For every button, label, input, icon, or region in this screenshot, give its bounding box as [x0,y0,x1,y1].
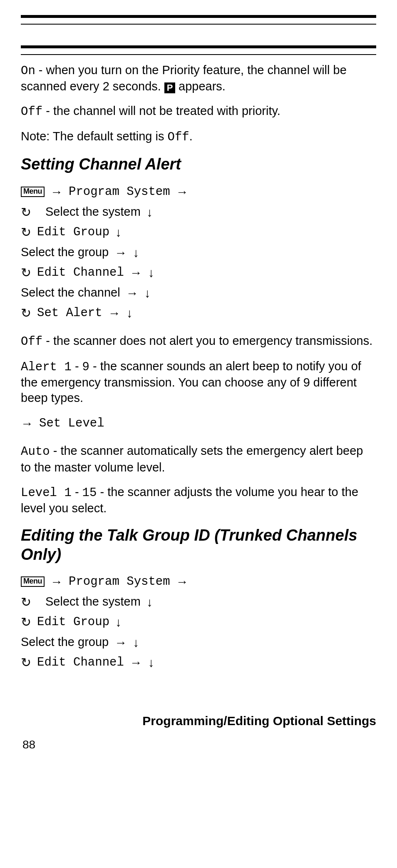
arrow-right-icon: → [50,184,63,201]
arrow-right-icon: → [21,415,33,432]
note-value: Off [168,130,189,144]
nav1-line6: Select the channel → ↓ [21,284,376,302]
nav1-line3: ↻ Edit Group ↓ [21,224,376,241]
rotate-icon: ↻ [21,224,31,241]
nav2-line5: ↻ Edit Channel → ↓ [21,654,376,671]
arrow-right-icon: → [126,285,139,302]
rotate-icon: ↻ [21,654,31,671]
nav-edit-channel: Edit Channel [37,264,124,281]
note-prefix: Note: The default setting is [21,130,168,143]
set-level-label: Set Level [39,415,104,432]
off-text: - the channel will not be treated with p… [42,104,280,117]
arrow-down-icon: ↓ [146,594,153,611]
nav-select-system: Select the system [45,204,141,220]
arrow-right-icon: → [130,264,142,282]
alert-off-text: - the scanner does not alert you to emer… [42,334,372,347]
on-label: On [21,64,35,78]
nav1-line5: ↻ Edit Channel → ↓ [21,264,376,281]
heading-setting-channel-alert: Setting Channel Alert [21,155,376,174]
p-badge-icon: P [164,82,175,93]
arrow-down-icon: ↓ [144,285,151,302]
arrow-right-icon: → [108,305,121,322]
nav-select-channel: Select the channel [21,284,120,301]
nav-edit-group: Edit Group [37,224,109,240]
rotate-icon: ↻ [21,264,31,282]
on-text-tail: appears. [175,80,226,93]
set-level-line: → Set Level [21,415,376,432]
nav1-line1: Menu → Program System → [21,183,376,200]
level-dash: - [72,485,82,499]
arrow-right-icon: → [176,184,189,201]
nav2-line3: ↻ Edit Group ↓ [21,614,376,631]
arrow-right-icon: → [176,574,189,591]
second-double-rule [21,45,376,55]
arrow-right-icon: → [50,574,63,591]
nav1-line2: ↻ Select the system ↓ [21,204,376,221]
arrow-down-icon: ↓ [127,305,133,322]
menu-button-icon: Menu [21,187,45,197]
arrow-down-icon: ↓ [148,264,154,282]
nav1-line7: ↻ Set Alert→ ↓ [21,304,376,322]
auto-label: Auto [21,445,50,459]
rotate-icon: ↻ [21,614,31,631]
auto-text: - the scanner automatically sets the eme… [21,444,363,474]
alert-range-paragraph: Alert 1 - 9 - the scanner sounds an aler… [21,359,376,406]
arrow-right-icon: → [130,654,142,671]
auto-paragraph: Auto - the scanner automatically sets th… [21,443,376,475]
alert-label-a: Alert 1 [21,360,72,374]
nav2-line4: Select the group → ↓ [21,634,376,651]
nav-select-group: Select the group [21,244,109,260]
menu-button-icon: Menu [21,576,45,587]
rotate-icon: ↻ [21,305,31,322]
priority-on-paragraph: On - when you turn on the Priority featu… [21,62,376,94]
arrow-down-icon: ↓ [133,634,139,651]
alert-off-paragraph: Off - the scanner does not alert you to … [21,333,376,349]
nav-set-alert: Set Alert [37,305,102,321]
top-double-rule [21,15,376,25]
rotate-icon: ↻ [21,204,31,221]
level-paragraph: Level 1 - 15 - the scanner adjusts the v… [21,484,376,516]
note-suffix: . [189,130,193,143]
off-label: Off [21,105,42,119]
nav-select-system: Select the system [45,594,141,610]
page-number: 88 [22,737,376,753]
level-label-b: 15 [82,486,97,500]
priority-off-paragraph: Off - the channel will not be treated wi… [21,103,376,120]
nav-edit-group: Edit Group [37,614,109,630]
nav-program-system: Program System [69,574,170,590]
nav2-line2: ↻ Select the system ↓ [21,594,376,611]
rotate-icon: ↻ [21,594,31,611]
page: On - when you turn on the Priority featu… [0,0,397,769]
nav1-line4: Select the group → ↓ [21,244,376,261]
heading-editing-talk-group-id: Editing the Talk Group ID (Trunked Chann… [21,526,376,564]
nav2-line1: Menu → Program System → [21,573,376,590]
alert-dash: - [72,359,82,373]
alert-label-b: 9 [82,360,89,374]
nav-select-group: Select the group [21,634,109,650]
arrow-down-icon: ↓ [146,204,153,221]
arrow-right-icon: → [114,634,127,651]
nav-edit-channel: Edit Channel [37,654,124,671]
default-note: Note: The default setting is Off. [21,129,376,145]
nav-program-system: Program System [69,184,170,200]
arrow-down-icon: ↓ [115,614,122,631]
arrow-down-icon: ↓ [133,244,139,262]
section-footer-title: Programming/Editing Optional Settings [21,713,376,730]
arrow-down-icon: ↓ [115,224,122,241]
arrow-down-icon: ↓ [148,654,154,671]
alert-off-label: Off [21,335,42,349]
level-label-a: Level 1 [21,486,72,500]
arrow-right-icon: → [114,244,127,262]
